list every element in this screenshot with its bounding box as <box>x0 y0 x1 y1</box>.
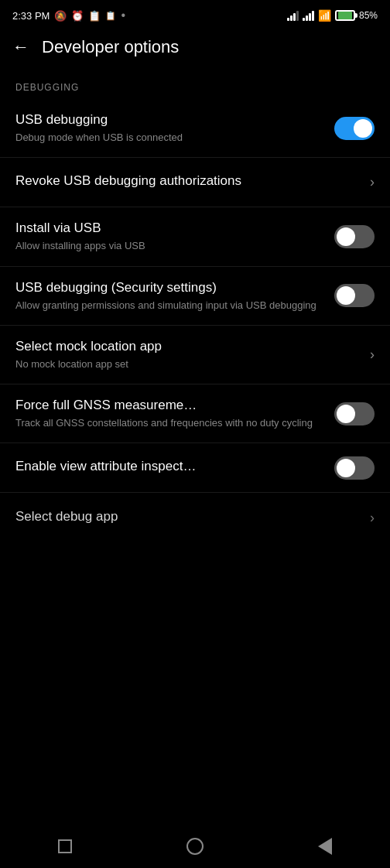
item-subtitle-gnss: Track all GNSS constellations and freque… <box>15 416 325 430</box>
item-title-mock-location: Select mock location app <box>15 338 361 355</box>
signal-bar-4 <box>296 11 299 21</box>
alarm-icon: ⏰ <box>71 10 84 22</box>
nav-square-icon <box>58 839 72 853</box>
item-subtitle-mock-location: No mock location app set <box>15 357 361 371</box>
settings-item-usb-debugging[interactable]: USB debugging Debug mode when USB is con… <box>0 99 390 158</box>
item-text-usb-debugging: USB debugging Debug mode when USB is con… <box>15 111 334 145</box>
battery-fill <box>338 12 353 19</box>
sim2-icon: 📋 <box>105 11 116 21</box>
nav-recent-apps[interactable] <box>42 829 88 863</box>
settings-item-install-usb[interactable]: Install via USB Allow installing apps vi… <box>0 207 390 266</box>
settings-item-usb-security[interactable]: USB debugging (Security settings) Allow … <box>0 267 390 326</box>
time-text: 2:33 PM <box>12 10 50 22</box>
item-text-install-usb: Install via USB Allow installing apps vi… <box>15 220 334 253</box>
page-header: ← Developer options <box>0 28 390 70</box>
signal-bar-1 <box>287 18 289 21</box>
page-title: Developer options <box>42 37 179 57</box>
section-label-debugging: DEBUGGING <box>0 70 390 99</box>
toggle-gnss[interactable] <box>334 402 375 425</box>
settings-item-mock-location[interactable]: Select mock location app No mock locatio… <box>0 326 390 384</box>
nav-triangle-icon <box>318 838 332 855</box>
item-title-view-attribute: Enable view attribute inspect… <box>15 458 325 475</box>
settings-item-debug-app[interactable]: Select debug app › <box>0 493 390 542</box>
signal-bar2-2 <box>306 15 308 21</box>
item-subtitle-install-usb: Allow installing apps via USB <box>15 239 325 253</box>
item-title-gnss: Force full GNSS measureme… <box>15 397 325 414</box>
signal-bars <box>287 10 299 21</box>
wifi-icon: 📶 <box>318 9 331 22</box>
item-title-usb-security: USB debugging (Security settings) <box>15 279 325 296</box>
item-text-gnss: Force full GNSS measureme… Track all GNS… <box>15 397 334 430</box>
signal-bar-2 <box>290 15 292 21</box>
signal-bar2-1 <box>303 18 305 21</box>
item-text-debug-app: Select debug app <box>15 508 370 528</box>
settings-item-view-attribute[interactable]: Enable view attribute inspect… <box>0 443 390 493</box>
toggle-usb-security[interactable] <box>334 284 375 307</box>
muted-icon: 🔕 <box>54 10 67 22</box>
back-button[interactable]: ← <box>12 37 29 57</box>
signal-bars-2 <box>303 10 314 21</box>
item-text-mock-location: Select mock location app No mock locatio… <box>15 338 370 371</box>
chevron-mock-location: › <box>370 347 375 363</box>
status-icons: 📶 85% <box>287 9 378 22</box>
toggle-view-attribute[interactable] <box>334 456 375 480</box>
toggle-thumb-view-attribute <box>337 459 355 477</box>
signal-bar2-3 <box>309 13 311 21</box>
item-title-usb-debugging: USB debugging <box>15 111 325 128</box>
signal-bar-3 <box>293 13 296 21</box>
item-text-revoke-usb: Revoke USB debugging authorizations <box>15 173 370 192</box>
nav-circle-icon <box>186 838 204 855</box>
nav-bar <box>0 828 390 868</box>
item-subtitle-usb-security: Allow granting permissions and simulatin… <box>15 299 325 313</box>
item-text-usb-security: USB debugging (Security settings) Allow … <box>15 279 334 313</box>
chevron-debug-app: › <box>370 510 375 526</box>
nav-home[interactable] <box>172 829 218 863</box>
toggle-usb-debugging[interactable] <box>334 117 375 140</box>
sim-icon: 📋 <box>88 10 101 22</box>
toggle-thumb-usb-debugging <box>354 119 372 138</box>
battery-icon <box>335 10 355 21</box>
toggle-thumb-gnss <box>337 405 355 423</box>
toggle-thumb-usb-security <box>337 286 355 305</box>
item-title-revoke-usb: Revoke USB debugging authorizations <box>15 173 361 190</box>
item-subtitle-usb-debugging: Debug mode when USB is connected <box>15 131 325 145</box>
nav-back[interactable] <box>302 829 348 863</box>
signal-bar2-4 <box>312 11 314 21</box>
dot-indicator: • <box>121 9 125 22</box>
battery-percent: 85% <box>359 10 378 21</box>
chevron-revoke-usb: › <box>370 174 375 190</box>
toggle-install-usb[interactable] <box>334 225 375 248</box>
toggle-thumb-install-usb <box>337 227 355 246</box>
settings-item-gnss[interactable]: Force full GNSS measureme… Track all GNS… <box>0 384 390 443</box>
settings-item-revoke-usb[interactable]: Revoke USB debugging authorizations › <box>0 158 390 207</box>
item-text-view-attribute: Enable view attribute inspect… <box>15 458 334 477</box>
status-bar: 2:33 PM 🔕 ⏰ 📋 📋 • 📶 85% <box>0 0 390 28</box>
content-area: DEBUGGING USB debugging Debug mode when … <box>0 70 390 583</box>
item-title-debug-app: Select debug app <box>15 508 361 525</box>
item-title-install-usb: Install via USB <box>15 220 325 237</box>
status-time: 2:33 PM 🔕 ⏰ 📋 📋 • <box>12 9 125 22</box>
